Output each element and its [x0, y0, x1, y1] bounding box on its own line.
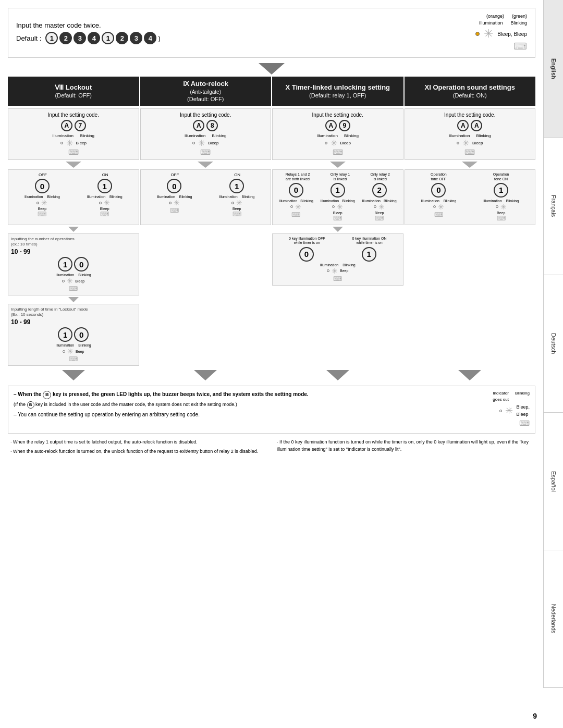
led-1-VIII: [99, 202, 102, 204]
off-on-labels-VIII: OFF ON: [11, 172, 136, 177]
option-labels-X: Relays 1 and 2are both linked Only relay…: [275, 172, 400, 181]
B-circle-1: B: [43, 391, 51, 399]
led-1-IX: [231, 202, 234, 204]
label-0-XI: Operationtone OFF: [431, 172, 447, 181]
ind-0-XI: IlluminationBlinking ✳ ⌨: [421, 199, 456, 218]
bottom-notice-right: Indicatorgoes out Blinking ✳ Bleep,Bleep…: [478, 390, 530, 429]
circle-1-X: 1: [331, 183, 345, 198]
lockout-ops-range: 10 - 99: [11, 248, 136, 255]
keypad-X: ⌨: [276, 148, 400, 156]
beep-timer-sub: Beep: [340, 269, 348, 273]
label-0-X: Relays 1 and 2are both linked: [286, 172, 310, 181]
close-paren: ): [158, 34, 160, 42]
arrow-X-sub: [272, 227, 403, 232]
setting-code-X: Input the setting code. A 9 Illumination…: [272, 108, 403, 160]
lang-english[interactable]: English: [544, 0, 563, 138]
code-letter-XI-A2: A: [471, 120, 482, 131]
beep-0-VIII: Beep: [38, 207, 46, 211]
keypad-top: ⌨: [513, 41, 527, 52]
arrow-lockout-sub-shape: [68, 297, 79, 302]
option-labels-XI: Operationtone OFF Operationtone ON: [408, 172, 533, 181]
option-1-IX: 1 IlluminationBlinking ✳ Beep ⌨: [219, 179, 254, 218]
notice-line2: (If the B key is included in the user co…: [14, 401, 472, 409]
keypad-IX: ⌨: [144, 148, 268, 156]
ill-label-XI: Illumination: [449, 133, 470, 138]
off-label-VIII: OFF: [39, 172, 47, 177]
blink-star-top: ✳: [484, 27, 493, 41]
default-digit-7: 3: [130, 32, 142, 44]
option-buttons-IX: 0 IlluminationBlinking ✳ ⌨ 1: [143, 179, 268, 218]
blinking-label-notice: Blinking: [515, 390, 530, 403]
default-digit-5: 1: [102, 32, 114, 44]
timer-label-0: 0 key illumination OFFwhile timer is on: [289, 237, 325, 245]
timer-circle-0: 0: [299, 247, 314, 262]
notice-right-row: ✳ Bleep,Bleep: [499, 404, 530, 418]
bot-arrow-XI-shape: [458, 370, 481, 380]
top-section: Input the master code twice. Default : 1…: [8, 8, 535, 58]
lockout-ops-box: Inputting the number of operations(ex.: …: [8, 233, 139, 295]
setting-code-VIII-title: Input the setting code.: [11, 112, 136, 118]
off-label-IX: OFF: [170, 172, 179, 177]
ind-row-VIII: ✳ Bleep: [11, 138, 136, 148]
header-XI: XI Operation sound settings (Default: ON…: [405, 77, 536, 106]
option-2-X: 2 IlluminationBlinking ✳ Bleep ⌨: [362, 183, 397, 222]
beep-time: Beep: [76, 350, 84, 353]
code-number-VIII-7: 7: [75, 120, 86, 131]
arrow-VIII-shape: [66, 162, 81, 168]
timer-label-1: 0 key illumination ONwhile timer is on: [352, 237, 386, 245]
ind-1-XI: IlluminationBlinking ✳ Beep ⌨: [483, 199, 519, 222]
default-digit-4: 4: [88, 32, 100, 44]
header-XI-title: XI Operation sound settings: [425, 83, 515, 92]
circle-0-IX: 0: [167, 179, 181, 193]
ind-0-VIII: IlluminationBlinking ✳ Beep ⌨: [25, 195, 60, 218]
ops-digit-1: 1: [58, 257, 72, 272]
option-1-XI: 1 IlluminationBlinking ✳ Beep ⌨: [483, 183, 519, 222]
arrow-VIII: [8, 162, 139, 168]
header-IX-title: Ⅸ Auto-relock: [183, 80, 228, 89]
blink-star-notice: ✳: [505, 404, 513, 418]
option-buttons-VIII: 0 IlluminationBlinking ✳ Beep ⌨: [11, 179, 136, 218]
arrow-IX-shape: [198, 162, 213, 168]
label-1-XI: Operationtone ON: [493, 172, 509, 181]
B-circle-2: B: [27, 401, 34, 409]
code-letter-IX-A: A: [193, 120, 204, 131]
footnote-1-1: · When the relay 1 output time is set to…: [10, 439, 266, 446]
ind-labels-VIII: Illumination Blinking: [11, 133, 136, 138]
timer-sub-labels: 0 key illumination OFFwhile timer is on …: [275, 237, 400, 245]
ind-labels-IX: Illumination Blinking: [144, 133, 268, 138]
top-right: (orange) (green) Illumination Blinking ✳…: [475, 14, 527, 52]
options-IX: OFF ON 0 IlluminationBlinking ✳ ⌨: [140, 169, 272, 225]
ind-row-X: ✳ Bleep: [276, 138, 400, 148]
blink-label-X: Blinking: [344, 133, 359, 138]
code-display-XI: A A: [408, 120, 532, 131]
setting-code-VIII: Input the setting code. A 7 Illumination…: [8, 108, 139, 160]
led-0-XI: [433, 205, 436, 208]
bottom-arrows-row: [8, 370, 535, 380]
ind-1-IX: IlluminationBlinking ✳ Beep ⌨: [219, 195, 254, 218]
code-letter-VIII-A: A: [61, 120, 72, 131]
lang-deutsch[interactable]: Deutsch: [544, 275, 563, 413]
lang-nederlands[interactable]: Nederlands: [544, 550, 563, 688]
setting-code-XI-title: Input the setting code.: [408, 112, 532, 118]
green-label: (green): [512, 14, 527, 19]
circle-0-XI: 0: [431, 183, 446, 198]
led-2-X: [374, 205, 376, 208]
bleep-top: Bleep, Bleep: [497, 31, 527, 37]
lang-espanol[interactable]: Español: [544, 413, 563, 550]
code-display-IX: A 8: [144, 120, 268, 131]
beep-1-XI: Beep: [497, 211, 505, 215]
code-number-X-9: 9: [339, 120, 350, 131]
led-0-IX: [169, 202, 172, 204]
beep-1-VIII: Bleep: [100, 207, 109, 211]
header-X: X Timer-linked unlocking setting (Defaul…: [272, 77, 403, 106]
small-arrows-row: [8, 162, 535, 168]
ops-digit-0: 0: [74, 257, 89, 272]
circle-2-X: 2: [372, 183, 387, 198]
bottom-notice-text: – When the B key is pressed, the green L…: [14, 390, 472, 418]
settings-headers-row: Ⅷ Lockout (Default: OFF) Ⅸ Auto-relock (…: [8, 77, 535, 106]
lang-francais[interactable]: Français: [544, 138, 563, 275]
beep-1-X: Bleep: [333, 211, 342, 215]
beep-1-IX: Beep: [232, 207, 241, 211]
led-VIII: [60, 142, 63, 144]
ind-1-VIII: IlluminationBlinking ✳ Bleep ⌨: [87, 195, 123, 218]
